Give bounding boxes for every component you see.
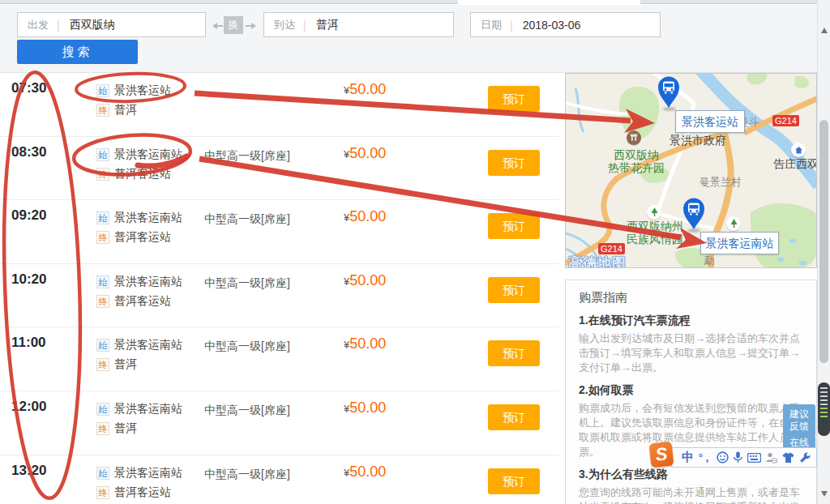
arrive-label: 到达 <box>264 18 303 32</box>
price: ¥50.00 <box>344 81 386 98</box>
start-badge: 始 <box>96 339 109 352</box>
swap-stations-button[interactable]: 换 <box>212 16 256 34</box>
poi-city-government: 景洪市政府 <box>670 134 726 148</box>
guide-section-body: 您查询的线路可能尚未开通网上售票，或者是车站当天没有车次，建议切换日期或重新输入… <box>579 485 803 504</box>
user-icon[interactable] <box>765 451 777 465</box>
start-badge: 始 <box>96 275 109 288</box>
poi-flower-garden: 西双版纳 热带花卉园 <box>605 148 668 174</box>
mic-level-widget <box>818 382 830 436</box>
bus-type: 中型高一级[席座] <box>204 149 290 164</box>
sogou-logo-icon[interactable]: S <box>649 442 674 468</box>
schedule-row: 11:00 始 景洪客运南站 终 普洱 中型高一级[席座] ¥50.00 预订 <box>0 327 559 391</box>
start-station-line: 始 景洪客运南站 <box>96 275 182 289</box>
bus-type: 中型高一级[席座] <box>204 468 290 482</box>
book-button[interactable]: 预订 <box>488 213 540 239</box>
scroll-down-icon[interactable] <box>821 491 828 497</box>
price: ¥50.00 <box>344 272 386 289</box>
book-button[interactable]: 预订 <box>488 86 540 112</box>
emoji-icon[interactable] <box>717 451 729 465</box>
book-button[interactable]: 预订 <box>488 340 540 366</box>
marker-label-south-station[interactable]: 景洪客运南站 <box>700 232 779 254</box>
guide-section-heading: 3.为什么有些线路 <box>579 468 803 482</box>
end-station-name: 普洱客运站 <box>114 485 171 500</box>
bus-station-marker-north[interactable] <box>657 76 681 109</box>
end-station-name: 普洱 <box>114 103 137 117</box>
schedule-row: 12:00 始 景洪客运南站 终 普洱 中型高一级[席座] ¥50.00 预订 <box>0 391 559 455</box>
end-station-line: 终 普洱客运站 <box>96 167 171 182</box>
keyboard-icon[interactable] <box>747 451 761 465</box>
date-value: 2018-03-06 <box>513 19 581 32</box>
microphone-icon[interactable] <box>734 451 742 465</box>
bus-type: 中型高一级[席座] <box>204 340 290 354</box>
start-badge: 始 <box>96 403 109 416</box>
end-station-name: 普洱 <box>114 421 137 436</box>
skin-icon[interactable] <box>782 451 794 465</box>
departure-time: 08:30 <box>11 144 46 160</box>
amap-watermark: 高德地图 <box>568 254 627 268</box>
start-station-line: 始 景洪客运南站 <box>96 211 182 225</box>
chinese-mode-icon[interactable]: 中 <box>682 451 694 465</box>
road-badge-g214-bottom: G214 <box>598 243 625 254</box>
scroll-up-icon[interactable] <box>821 28 828 33</box>
end-station-name: 普洱 <box>114 357 137 372</box>
schedule-row: 13:20 始 景洪客运南站 终 普洱客运站 中型高一级[席座] ¥50.00 … <box>0 455 559 504</box>
tree-icon <box>647 205 661 220</box>
tools-icon[interactable] <box>799 451 811 465</box>
book-button[interactable]: 预订 <box>488 468 540 494</box>
page: 出发 | 西双版纳 换 到达 | 普洱 日期 | 2018-03-06 搜索 0… <box>0 0 830 504</box>
end-station-line: 终 普洱客运站 <box>96 230 171 245</box>
price-amount: 50.00 <box>349 272 386 288</box>
start-station-line: 始 景洪客运站 <box>96 83 171 98</box>
arrive-field[interactable]: 到达 | 普洱 <box>263 12 454 37</box>
end-badge: 终 <box>96 295 109 308</box>
price: ¥50.00 <box>344 335 386 352</box>
top-edge-strip <box>0 0 830 4</box>
poi-gaozhuang: 告庄西双景 <box>773 157 817 172</box>
schedule-row: 10:20 始 景洪客运南站 终 普洱客运站 中型高一级[席座] ¥50.00 … <box>0 264 559 328</box>
departure-time: 11:00 <box>11 335 46 351</box>
start-station-name: 景洪客运南站 <box>114 275 182 289</box>
book-button[interactable]: 预订 <box>488 277 540 303</box>
price-amount: 50.00 <box>349 81 386 97</box>
departure-time: 13:20 <box>11 463 46 479</box>
schedule-row: 07:30 始 景洪客运站 终 普洱 ¥50.00 预订 <box>0 73 559 137</box>
poi-meng: 勐 大 <box>704 255 715 268</box>
search-bar: 出发 | 西双版纳 换 到达 | 普洱 日期 | 2018-03-06 搜索 <box>0 5 817 73</box>
punctuation-icon[interactable]: °， <box>699 451 712 465</box>
price-amount: 50.00 <box>349 145 386 161</box>
departure-time: 07:30 <box>11 80 46 96</box>
start-station-name: 景洪客运南站 <box>114 338 182 352</box>
scrollbar-thumb[interactable] <box>819 120 828 363</box>
date-field[interactable]: 日期 | 2018-03-06 <box>470 12 661 37</box>
marker-label-north-station[interactable]: 景洪客运站 <box>675 110 745 133</box>
bus-station-marker-south[interactable] <box>681 198 707 230</box>
start-badge: 始 <box>96 467 109 480</box>
ime-toolbar: 中 °， <box>671 447 817 468</box>
guide-section: 3.为什么有些线路 您查询的线路可能尚未开通网上售票，或者是车站当天没有车次，建… <box>579 468 803 504</box>
schedule-row: 08:30 始 景洪客运南站 终 普洱客运站 中型高一级[席座] ¥50.00 … <box>0 137 559 201</box>
page-scrollbar[interactable] <box>817 0 830 504</box>
price: ¥50.00 <box>344 399 386 416</box>
end-station-line: 终 普洱客运站 <box>96 485 171 500</box>
depart-field[interactable]: 出发 | 西双版纳 <box>17 12 206 37</box>
start-badge: 始 <box>96 84 109 97</box>
search-button[interactable]: 搜索 <box>17 40 138 64</box>
guide-title: 购票指南 <box>579 290 816 305</box>
road-badge-g214-top: G214 <box>772 115 799 126</box>
end-badge: 终 <box>96 231 109 244</box>
price: ¥50.00 <box>344 463 386 481</box>
depart-label: 出发 <box>18 18 57 32</box>
end-badge: 终 <box>96 422 109 435</box>
tree-icon <box>726 216 741 231</box>
end-badge: 终 <box>96 168 109 181</box>
start-station-name: 景洪客运站 <box>114 83 171 98</box>
date-label: 日期 <box>471 18 510 32</box>
book-button[interactable]: 预订 <box>488 150 540 176</box>
departure-time: 12:00 <box>11 399 46 415</box>
museum-icon <box>627 130 641 145</box>
book-button[interactable]: 预订 <box>488 404 540 430</box>
end-badge: 终 <box>96 104 109 117</box>
price: ¥50.00 <box>344 208 386 225</box>
feedback-button[interactable]: 建议 反馈 <box>783 404 815 437</box>
map-panel[interactable]: 曼斗 G214 景洪市政府 西双版纳 热带花卉园 告庄西双景 曼景兰村 西双版纳… <box>565 73 817 268</box>
